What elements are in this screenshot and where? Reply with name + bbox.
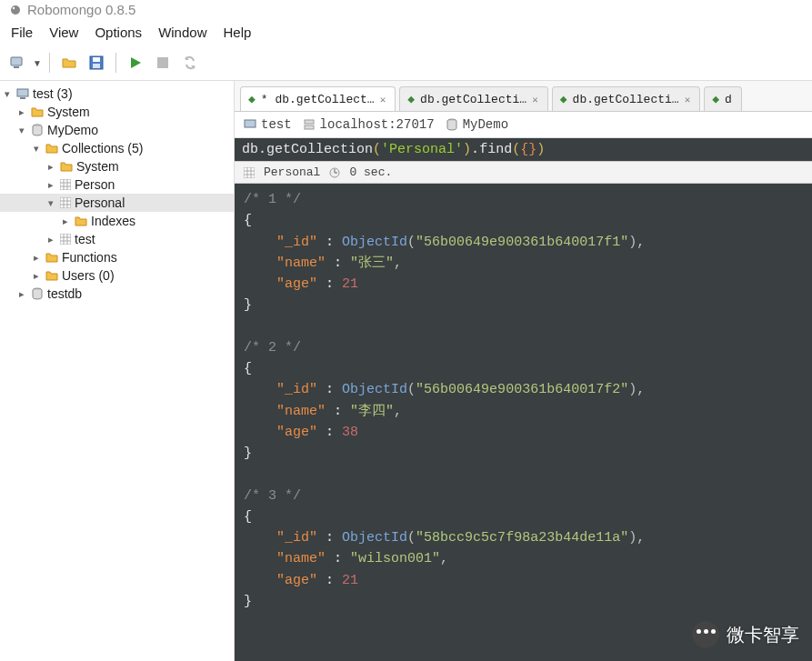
tree-collections[interactable]: ▾ Collections (5) [0, 139, 234, 157]
watermark-text: 微卡智享 [727, 623, 799, 647]
svg-rect-3 [14, 66, 19, 68]
result-collection: Personal [264, 165, 320, 179]
app-title: Robomongo 0.8.5 [27, 2, 135, 17]
query-input[interactable]: db.getCollection('Personal').find({}) [235, 138, 812, 161]
open-button[interactable] [57, 51, 81, 75]
tree-mydemo[interactable]: ▾ MyDemo [0, 121, 234, 139]
tree-functions[interactable]: ▸ Functions [0, 248, 234, 266]
tree-label: Indexes [91, 214, 135, 228]
tree-label: Functions [62, 250, 117, 265]
query-tab[interactable]: ◆ * db.getCollect… ✕ [240, 86, 396, 111]
query-token: . [471, 142, 479, 157]
query-token: {} [520, 142, 536, 157]
tab-label: * db.getCollect… [261, 93, 375, 106]
result-viewer[interactable]: /* 1 */{ "_id" : ObjectId("56b00649e9003… [235, 184, 812, 661]
chevron-down-icon[interactable]: ▾ [45, 197, 56, 209]
chevron-right-icon[interactable]: ▸ [31, 270, 42, 282]
title-bar: Robomongo 0.8.5 [0, 0, 812, 21]
query-token: . [258, 142, 266, 157]
menu-help[interactable]: Help [223, 25, 251, 40]
chevron-right-icon[interactable]: ▸ [45, 161, 56, 173]
tree-coll-system[interactable]: ▸ System [0, 157, 234, 175]
svg-rect-21 [60, 234, 71, 245]
tree-label: System [47, 105, 90, 119]
svg-rect-2 [11, 57, 22, 65]
tree-label: Person [75, 177, 115, 192]
grid-icon [60, 179, 71, 190]
tree-users[interactable]: ▸ Users (0) [0, 266, 234, 285]
tabs-bar: ◆ * db.getCollect… ✕ ◆ db.getCollecti… ✕… [235, 81, 812, 112]
folder-icon [45, 252, 58, 263]
save-button[interactable] [85, 51, 108, 75]
close-icon[interactable]: ✕ [685, 94, 691, 105]
chevron-right-icon[interactable]: ▸ [60, 215, 71, 227]
computer-icon [244, 118, 256, 131]
tree-root[interactable]: ▾ test (3) [0, 85, 234, 103]
tree-indexes[interactable]: ▸ Indexes [0, 212, 234, 230]
tree-coll-person[interactable]: ▸ Person [0, 175, 234, 194]
svg-point-0 [11, 5, 20, 15]
app-icon [9, 4, 22, 16]
svg-rect-16 [60, 197, 71, 208]
close-icon[interactable]: ✕ [532, 94, 538, 105]
tree-coll-personal[interactable]: ▾ Personal [0, 194, 234, 212]
tree-system[interactable]: ▸ System [0, 103, 234, 121]
tree-label: test (3) [33, 86, 73, 101]
chevron-right-icon[interactable]: ▸ [45, 179, 56, 191]
wechat-icon [692, 621, 719, 648]
computer-icon [16, 87, 29, 100]
query-tab[interactable]: ◆ db.getCollecti… ✕ [552, 86, 700, 111]
connect-button[interactable] [5, 51, 29, 75]
menu-options[interactable]: Options [95, 25, 142, 40]
query-token: ( [512, 142, 520, 157]
chevron-down-icon[interactable]: ▾ [16, 125, 27, 136]
connection-name: test [244, 117, 292, 132]
stop-button[interactable] [151, 51, 175, 75]
tree-coll-test[interactable]: ▸ test [0, 230, 234, 248]
query-token: ( [373, 142, 381, 157]
svg-rect-8 [17, 89, 28, 96]
tab-label: d [725, 93, 732, 106]
query-tab[interactable]: ◆ d [704, 86, 742, 111]
chevron-down-icon[interactable]: ▾ [31, 143, 42, 155]
svg-rect-28 [305, 120, 314, 124]
reconnect-button[interactable] [178, 51, 202, 75]
chevron-right-icon[interactable]: ▸ [45, 234, 56, 245]
menu-view[interactable]: View [49, 25, 78, 40]
clock-icon [329, 167, 340, 178]
dropdown-icon[interactable]: ▼ [33, 58, 42, 68]
tree-testdb[interactable]: ▸ testdb [0, 285, 234, 303]
chevron-right-icon[interactable]: ▸ [31, 252, 42, 264]
chevron-down-icon[interactable]: ▾ [2, 88, 13, 100]
folder-icon [45, 270, 58, 281]
result-time: 0 sec. [349, 165, 392, 179]
chevron-right-icon[interactable]: ▸ [16, 288, 27, 300]
toolbar-separator [115, 53, 116, 73]
close-icon[interactable]: ✕ [380, 94, 386, 105]
leaf-icon: ◆ [560, 92, 567, 106]
tree-label: Collections (5) [62, 141, 143, 155]
tab-label: db.getCollecti… [420, 93, 526, 106]
db-label: MyDemo [463, 117, 508, 132]
menu-bar: File View Options Window Help [0, 21, 812, 47]
query-token: db [242, 142, 258, 157]
query-token: ) [463, 142, 471, 157]
tree-label: Personal [75, 195, 125, 210]
svg-rect-5 [93, 57, 100, 62]
leaf-icon: ◆ [248, 92, 256, 106]
menu-window[interactable]: Window [158, 25, 206, 40]
folder-icon [75, 215, 87, 226]
tab-label: db.getCollecti… [573, 93, 679, 106]
chevron-right-icon[interactable]: ▸ [16, 106, 27, 118]
grid-icon [60, 234, 71, 245]
query-tab[interactable]: ◆ db.getCollecti… ✕ [399, 86, 547, 111]
grid-icon [60, 197, 71, 208]
tree-label: MyDemo [47, 123, 98, 137]
run-button[interactable] [124, 51, 147, 75]
svg-rect-9 [20, 97, 25, 99]
svg-rect-7 [157, 57, 168, 68]
query-token: getCollection [266, 142, 373, 157]
connection-db: MyDemo [446, 117, 508, 132]
menu-file[interactable]: File [11, 25, 33, 40]
folder-icon [45, 143, 58, 154]
